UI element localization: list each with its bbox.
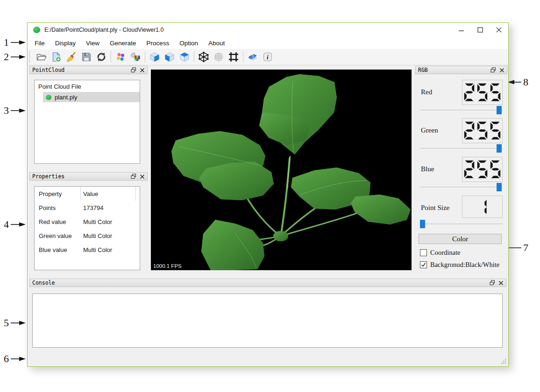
rgb-dock-titlebar: RGB	[415, 66, 507, 74]
clean-button[interactable]	[64, 50, 78, 63]
viewport-3d[interactable]: 1000.1 FPS	[151, 70, 412, 270]
menu-about[interactable]: About	[203, 40, 230, 47]
menu-file[interactable]: File	[29, 40, 50, 47]
point-colors-button[interactable]	[114, 50, 128, 63]
annotation-4: 4	[4, 218, 26, 231]
blue-slider[interactable]	[420, 183, 503, 191]
properties-dock-title: Properties	[30, 173, 64, 180]
toolbar-grip[interactable]	[29, 51, 32, 63]
blue-slider-groove[interactable]	[420, 187, 503, 188]
pointcloud-file-icon	[46, 95, 51, 100]
coordinate-checkbox-box[interactable]	[420, 249, 427, 256]
coordinate-checkbox[interactable]: Coordinate	[420, 249, 460, 257]
console-output[interactable]	[32, 294, 503, 348]
menu-process[interactable]: Process	[141, 40, 174, 47]
pointcloud-dock-title: PointCloud	[30, 67, 64, 73]
resize-grip[interactable]	[501, 358, 507, 364]
background-checkbox[interactable]: Backgronud:Black/White	[420, 261, 499, 269]
float-dock-icon[interactable]	[131, 67, 136, 73]
tree-item-label: plant.ply	[55, 94, 77, 101]
window-title: E:/Date/PointCloud/plant.ply - CloudView…	[44, 27, 163, 33]
color-button[interactable]: Color	[419, 234, 502, 244]
crop-frame-button[interactable]	[227, 50, 241, 63]
close-dock-icon[interactable]	[499, 68, 504, 73]
cube-top-face-button[interactable]	[178, 50, 192, 63]
toolbar-separator	[243, 51, 243, 63]
refresh-button[interactable]	[94, 50, 108, 63]
red-slider[interactable]	[420, 106, 503, 114]
svg-text:?: ?	[252, 55, 254, 59]
minimize-button[interactable]	[452, 23, 471, 37]
new-file-button[interactable]	[50, 50, 64, 63]
help-book-icon: ?	[247, 51, 258, 63]
red-slider-groove[interactable]	[420, 110, 503, 111]
property-value: Multi Color	[81, 218, 140, 225]
close-dock-icon[interactable]	[140, 174, 145, 179]
save-floppy-icon	[81, 51, 92, 63]
background-checkbox-box[interactable]	[420, 261, 427, 268]
annotation-label: 1	[4, 37, 9, 48]
app-icon	[33, 27, 40, 33]
arrow-right-icon	[11, 222, 26, 227]
page: 1 2 3 4 5 6 7 8 E:/Date/PointCloud/plant…	[0, 0, 540, 392]
annotation-label: 8	[523, 77, 528, 87]
annotation-2: 2	[4, 51, 26, 63]
property-value: 173794	[81, 204, 140, 211]
green-slider-handle[interactable]	[497, 144, 502, 153]
cube-front-face-button[interactable]	[148, 50, 162, 63]
save-button[interactable]	[79, 50, 93, 63]
red-lcd	[462, 80, 503, 105]
point-size-slider-groove[interactable]	[420, 224, 503, 225]
green-slider[interactable]	[420, 144, 503, 153]
blue-label: Blue	[421, 165, 434, 173]
toolbar-separator	[111, 51, 111, 63]
float-dock-icon[interactable]	[131, 174, 136, 179]
column-header-value: Value	[81, 187, 136, 201]
close-dock-icon[interactable]	[498, 280, 504, 286]
annotation-1: 1	[4, 36, 26, 49]
blue-slider-handle[interactable]	[497, 183, 502, 191]
maximize-button[interactable]	[471, 23, 490, 37]
property-value: Multi Color	[81, 246, 140, 253]
clean-broom-icon	[66, 51, 77, 63]
point-size-slider-handle[interactable]	[420, 220, 425, 228]
green-slider-groove[interactable]	[420, 148, 503, 149]
arrow-right-icon	[11, 356, 26, 362]
annotation-label: 2	[4, 52, 9, 62]
green-lcd	[462, 118, 503, 143]
open-file-button[interactable]	[35, 50, 49, 63]
tree-item-plant-ply[interactable]: plant.ply	[43, 92, 140, 102]
red-slider-handle[interactable]	[497, 106, 502, 114]
close-dock-icon[interactable]	[140, 68, 145, 73]
blue-lcd	[462, 157, 503, 182]
tree-header: Point Cloud File	[35, 80, 140, 92]
close-icon	[496, 27, 502, 33]
annotation-3: 3	[4, 105, 26, 117]
cube-left-face-icon	[164, 51, 175, 63]
cube-top-face-icon	[179, 51, 190, 63]
point-size-lcd	[462, 196, 503, 218]
pointcloud-dock: PointCloud Point Cloud File plant.ply	[29, 66, 148, 171]
table-row: Blue value Multi Color	[35, 243, 140, 257]
color-fill-button[interactable]	[128, 50, 142, 63]
menu-view[interactable]: View	[81, 40, 105, 47]
voxel-sphere-button[interactable]	[212, 50, 226, 63]
close-button[interactable]	[490, 23, 508, 37]
cube-left-face-button[interactable]	[163, 50, 177, 63]
properties-dock-titlebar: Properties	[29, 172, 148, 181]
about-info-button[interactable]: i	[261, 50, 275, 63]
help-book-button[interactable]: ?	[246, 50, 260, 63]
float-dock-icon[interactable]	[490, 280, 495, 286]
properties-dock: Properties Property Value Points 173794 …	[29, 172, 148, 277]
coordinate-label: Coordinate	[430, 249, 460, 257]
column-header-property: Property	[35, 187, 81, 201]
menu-display[interactable]: Display	[50, 40, 81, 47]
about-info-icon: i	[262, 51, 273, 63]
console-dock: Console	[29, 279, 506, 351]
wireframe-cube-button[interactable]	[197, 50, 211, 63]
app-window: E:/Date/PointCloud/plant.ply - CloudView…	[27, 22, 509, 367]
menu-generate[interactable]: Generate	[105, 40, 141, 47]
float-dock-icon[interactable]	[490, 67, 496, 73]
point-size-slider[interactable]	[420, 220, 503, 228]
menu-option[interactable]: Option	[174, 40, 203, 47]
